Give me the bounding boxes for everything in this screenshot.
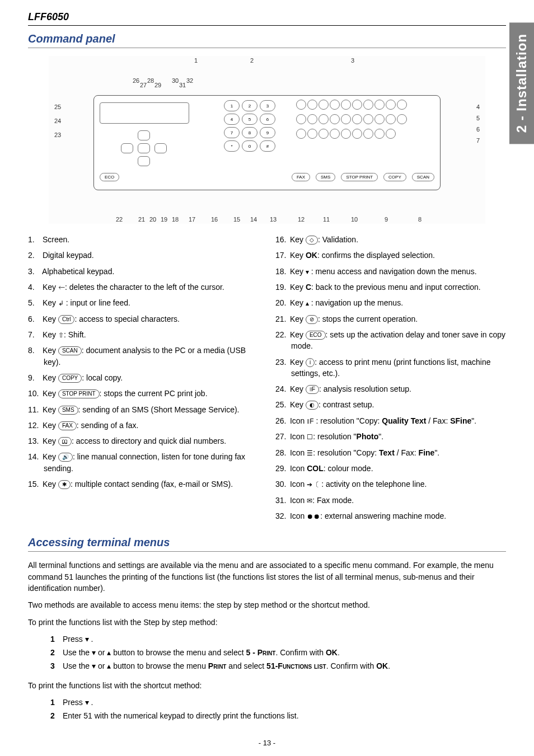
- steps-step-by-step: 1 Press ▾ .2 Use the ▾ or ▴ button to br…: [50, 633, 506, 672]
- key-item: 2. Digital keypad.: [28, 250, 259, 261]
- keycap-icon: ◐: [306, 401, 318, 410]
- callout-3: 3: [351, 57, 354, 64]
- callout-11: 11: [323, 216, 330, 223]
- callout-18: 18: [172, 216, 179, 223]
- callout-27: 27: [140, 82, 147, 88]
- keycap-icon: ⦀F: [306, 385, 319, 394]
- callout-24: 24: [54, 118, 61, 124]
- callout-6: 6: [476, 126, 480, 133]
- callout-17: 17: [189, 216, 195, 223]
- key-item: 9. Key COPY: local copy.: [28, 372, 259, 383]
- section-command-panel: Command panel: [28, 32, 506, 48]
- inline-icon: ✉: [307, 496, 312, 506]
- callout-25: 25: [54, 104, 61, 110]
- panel-outline: 123 456 789 *0# ECO FAX SMS STOP PRINT C…: [93, 95, 441, 190]
- keycap-icon: COPY: [58, 374, 82, 383]
- keycap-icon: STOP PRINT: [58, 389, 100, 398]
- inline-icon: ☐: [307, 433, 313, 442]
- callout-28: 28: [147, 77, 154, 84]
- key-item: 19. Key C: back to the previous menu and…: [275, 281, 506, 293]
- key-item: 13. Key 🕮: access to directory and quick…: [28, 435, 259, 447]
- key-item: 7. Key ⇧: Shift.: [28, 329, 259, 340]
- callout-20: 20: [149, 216, 156, 223]
- key-item: 12. Key FAX: sending of a fax.: [28, 420, 259, 431]
- key-item: 5. Key ↲ : input or line feed.: [28, 297, 259, 308]
- callout-26: 26: [133, 77, 139, 84]
- keycap-icon: ECO: [306, 331, 326, 340]
- panel-scan-btn: SCAN: [412, 173, 434, 181]
- inline-icon: ☰: [307, 449, 313, 458]
- menus-two-methods: Two methods are available to access menu…: [28, 599, 506, 611]
- key-item: 3. Alphabetical keypad.: [28, 266, 259, 277]
- keycap-icon: FAX: [58, 421, 77, 430]
- callout-12: 12: [298, 216, 305, 223]
- callout-16: 16: [211, 216, 218, 223]
- keycap-icon: 🔊: [58, 453, 73, 462]
- panel-screen: [100, 102, 189, 124]
- menus-step-intro: To print the functions list with the Ste…: [28, 617, 506, 628]
- key-item: 16. Key ◇: Validation.: [275, 234, 506, 245]
- section-accessing-menus: Accessing terminal menus: [28, 536, 506, 552]
- menus-shortcut-intro: To print the functions list with the sho…: [28, 680, 506, 691]
- callout-13: 13: [270, 216, 277, 223]
- keycap-icon: ◇: [306, 236, 318, 245]
- key-item: 11. Key SMS: sending of an SMS (Short Me…: [28, 404, 259, 415]
- steps-shortcut: 1 Press ▾ .2 Enter 51 with the numerical…: [50, 697, 506, 722]
- page-number: - 13 -: [28, 739, 506, 747]
- key-list-right: 16. Key ◇: Validation.17. Key OK: confir…: [275, 234, 506, 526]
- inline-icon: ↲: [58, 299, 64, 308]
- key-item: 10. Key STOP PRINT: stops the current PC…: [28, 388, 259, 399]
- inline-icon: 🡐: [58, 283, 65, 293]
- inline-icon: ▾: [306, 267, 309, 277]
- inline-icon: ▴: [306, 299, 309, 308]
- callout-31: 31: [179, 82, 186, 88]
- callout-4: 4: [476, 104, 480, 110]
- key-item: 17. Key OK: confirms the displayed selec…: [275, 250, 506, 261]
- key-item: 25. Key ◐: contrast setup.: [275, 399, 506, 410]
- callout-7: 7: [476, 137, 480, 144]
- callout-2: 2: [250, 57, 254, 64]
- key-item: 4. Key 🡐: deletes the character to the l…: [28, 281, 259, 293]
- callout-9: 9: [385, 216, 388, 223]
- keycap-icon: i: [306, 358, 315, 367]
- key-item: 23. Key i: access to print menu (print f…: [275, 356, 506, 379]
- key-item: 22. Key ECO: sets up the activation dela…: [275, 329, 506, 352]
- key-item: 18. Key ▾ : menu access and navigation d…: [275, 266, 506, 277]
- step-item: 1 Press ▾ .: [50, 633, 506, 645]
- step-item: 3 Use the ▾ or ▴ button to browse the me…: [50, 660, 506, 672]
- command-panel-diagram: 123 456 789 *0# ECO FAX SMS STOP PRINT C…: [49, 56, 485, 224]
- panel-copy-btn: COPY: [383, 173, 406, 181]
- key-item: 1. Screen.: [28, 234, 259, 245]
- key-item: 8. Key SCAN: document analysis to the PC…: [28, 345, 259, 368]
- callout-15: 15: [233, 216, 240, 223]
- callout-22: 22: [116, 216, 123, 223]
- keycap-icon: ⊘: [306, 315, 318, 324]
- key-item: 21. Key ⊘: stops the current operation.: [275, 313, 506, 325]
- key-item: 32. Icon ⏺⏺: external answering machine …: [275, 510, 506, 522]
- model-header: LFF6050: [28, 11, 506, 26]
- key-item: 14. Key 🔊: line manual connection, liste…: [28, 451, 259, 474]
- step-item: 2 Enter 51 with the numerical keypad to …: [50, 710, 506, 721]
- inline-icon: ⦀F: [307, 417, 313, 426]
- key-item: 29. Icon COL: colour mode.: [275, 463, 506, 474]
- callout-14: 14: [250, 216, 257, 223]
- panel-fax-btn: FAX: [292, 173, 310, 181]
- key-item: 30. Icon ➔〔 : activity on the telephone …: [275, 478, 506, 490]
- panel-bottom-row: ECO FAX SMS STOP PRINT COPY SCAN: [100, 168, 434, 185]
- callout-10: 10: [351, 216, 358, 223]
- keycap-icon: SCAN: [58, 346, 82, 355]
- inline-icon: ➔〔: [307, 480, 319, 490]
- key-item: 20. Key ▴ : navigation up the menus.: [275, 297, 506, 308]
- callout-5: 5: [476, 115, 480, 121]
- keycap-icon: 🕮: [58, 437, 72, 446]
- callout-32: 32: [186, 77, 193, 84]
- key-list-left: 1. Screen.2. Digital keypad.3. Alphabeti…: [28, 234, 259, 526]
- key-item: 31. Icon ✉: Fax mode.: [275, 495, 506, 506]
- callout-23: 23: [54, 132, 61, 138]
- keycap-icon: Ctrl: [58, 315, 75, 324]
- key-item: 28. Icon ☰: resolution "Copy: Text / Fax…: [275, 447, 506, 458]
- callout-19: 19: [161, 216, 167, 223]
- menus-intro: All terminal functions and settings are …: [28, 560, 506, 594]
- panel-eco: ECO: [100, 173, 119, 181]
- callout-29: 29: [154, 82, 161, 88]
